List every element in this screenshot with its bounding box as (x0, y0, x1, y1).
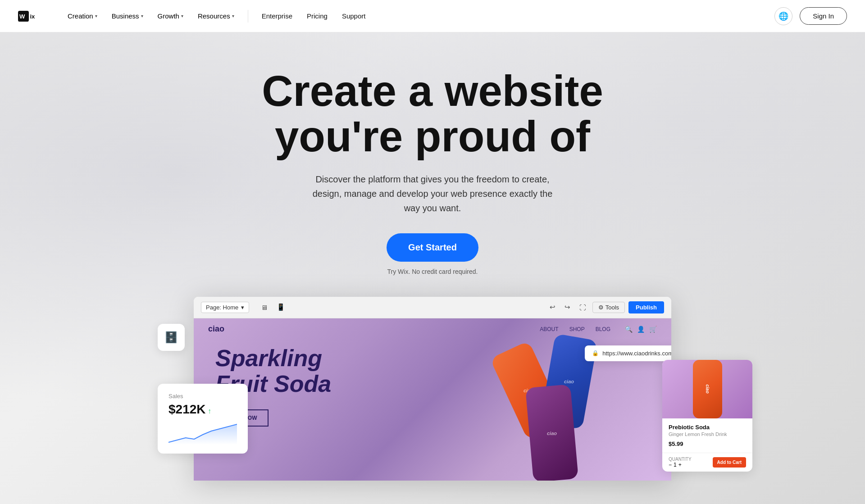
product-can: ciao (693, 360, 722, 418)
nav-label-enterprise: Enterprise (262, 12, 292, 20)
nav-label-pricing: Pricing (307, 12, 328, 20)
globe-icon: 🌐 (778, 11, 788, 21)
undo-button[interactable]: ↩ (547, 301, 558, 313)
sales-chart (168, 422, 237, 445)
sign-in-button[interactable]: Sign In (800, 7, 847, 25)
desktop-view-button[interactable]: 🖥 (258, 301, 270, 313)
quantity-control[interactable]: − 1 + (669, 462, 692, 468)
nav-item-growth[interactable]: Growth ▾ (151, 9, 190, 23)
db-widget: 🗄️ (158, 324, 185, 351)
qty-minus-icon[interactable]: − (669, 462, 672, 468)
editor-chrome: Page: Home ▾ 🖥 📱 ↩ (194, 297, 671, 481)
product-price: $5.99 (669, 440, 746, 447)
nav-label-growth: Growth (158, 12, 179, 20)
chevron-down-icon: ▾ (141, 14, 143, 18)
nav-item-enterprise[interactable]: Enterprise (255, 9, 299, 23)
topbar-actions: ↩ ↪ ⛶ ⚙ Tools Publish (547, 301, 664, 313)
url-text: https://www.ciaodrinks.com (602, 350, 671, 357)
svg-text:W: W (19, 13, 25, 19)
sales-amount: $212K ↑ (168, 402, 237, 417)
product-name: Prebiotic Soda (669, 424, 746, 431)
page-selector[interactable]: Page: Home ▾ (201, 302, 249, 313)
chevron-down-icon: ▾ (241, 304, 244, 311)
mobile-view-button[interactable]: 📱 (274, 301, 288, 313)
tools-button[interactable]: ⚙ Tools (592, 302, 625, 313)
cta-note: Try Wix. No credit card required. (387, 268, 478, 275)
sales-widget: Sales $212K ↑ (158, 384, 248, 454)
get-started-button[interactable]: Get Started (387, 233, 478, 262)
nav-divider (248, 10, 248, 23)
chevron-down-icon: ▾ (181, 14, 183, 18)
wix-logo[interactable]: W ix (18, 9, 45, 23)
nav-label-support: Support (342, 12, 366, 20)
tools-label: Tools (606, 304, 619, 311)
nav-item-business[interactable]: Business ▾ (105, 9, 150, 23)
fullscreen-button[interactable]: ⛶ (577, 302, 589, 313)
product-info: Prebiotic Soda Ginger Lemon Fresh Drink … (662, 418, 752, 453)
nav-right: 🌐 Sign In (774, 7, 847, 25)
preview-logo: ciao (208, 324, 224, 334)
nav-item-pricing[interactable]: Pricing (300, 9, 334, 23)
language-button[interactable]: 🌐 (774, 7, 792, 25)
product-card: ciao Prebiotic Soda Ginger Lemon Fresh D… (662, 360, 752, 472)
purple-can: ciao (525, 384, 578, 481)
lock-icon: 🔒 (592, 350, 599, 356)
qty-value: 1 (674, 462, 677, 468)
cart-icon: 🛒 (649, 326, 657, 333)
expand-icon: ⛶ (579, 304, 586, 311)
nav-links: Creation ▾ Business ▾ Growth ▾ Resources… (61, 9, 774, 23)
chevron-down-icon: ▾ (95, 14, 97, 18)
database-icon: 🗄️ (164, 331, 178, 344)
hero-section: Create a website you're proud of Discove… (0, 32, 865, 504)
product-image: ciao (662, 360, 752, 418)
website-preview: ciao ABOUT SHOP BLOG 🔍 👤 🛒 (194, 318, 671, 481)
nav-item-creation[interactable]: Creation ▾ (61, 9, 104, 23)
nav-item-support[interactable]: Support (336, 9, 372, 23)
publish-button[interactable]: Publish (628, 301, 664, 313)
undo-icon: ↩ (550, 303, 555, 311)
trend-icon: ↑ (206, 407, 211, 415)
editor-mockup: Sales $212K ↑ 🗄️ (194, 297, 671, 481)
redo-icon: ↪ (565, 303, 570, 311)
svg-text:ix: ix (30, 13, 35, 19)
chevron-down-icon: ▾ (232, 14, 234, 18)
tools-icon: ⚙ (598, 304, 604, 311)
product-description: Ginger Lemon Fresh Drink (669, 431, 746, 437)
sales-label: Sales (168, 393, 237, 400)
quantity-label: QUANTITY (669, 457, 692, 462)
product-footer: QUANTITY − 1 + Add to Cart (662, 453, 752, 472)
add-to-cart-button[interactable]: Add to Cart (713, 457, 746, 468)
navbar: W ix Creation ▾ Business ▾ Growth ▾ Reso… (0, 0, 865, 32)
qty-plus-icon[interactable]: + (678, 462, 682, 468)
nav-label-resources: Resources (198, 12, 230, 20)
redo-button[interactable]: ↪ (562, 301, 573, 313)
nav-label-business: Business (112, 12, 139, 20)
mobile-icon: 📱 (277, 303, 285, 311)
monitor-icon: 🖥 (261, 304, 268, 311)
nav-label-creation: Creation (68, 12, 93, 20)
view-mode-icons: 🖥 📱 (258, 301, 288, 313)
url-tooltip: 🔒 https://www.ciaodrinks.com (585, 345, 671, 361)
editor-topbar: Page: Home ▾ 🖥 📱 ↩ (194, 297, 671, 318)
page-selector-label: Page: Home (206, 304, 238, 311)
product-can-label: ciao (705, 385, 710, 394)
nav-item-resources[interactable]: Resources ▾ (191, 9, 241, 23)
hero-title: Create a website you're proud of (262, 68, 603, 159)
hero-subtitle: Discover the platform that gives you the… (311, 172, 554, 215)
